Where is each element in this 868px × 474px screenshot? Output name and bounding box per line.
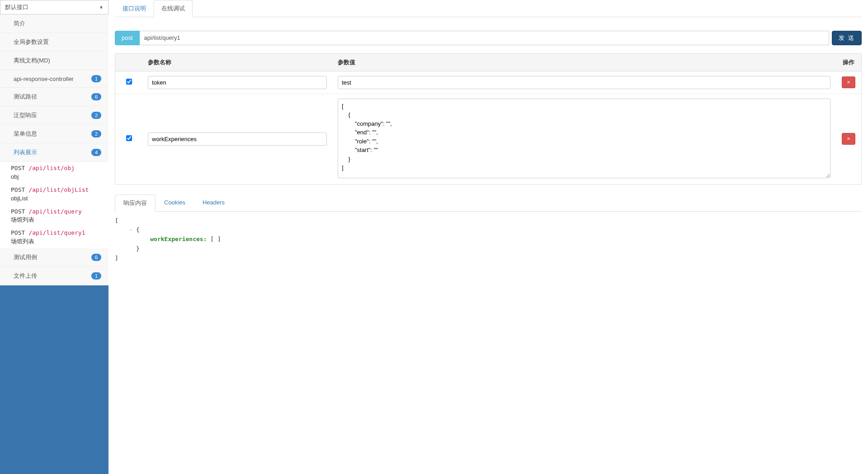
- sidebar-item-label: 全局参数设置: [14, 38, 49, 46]
- delete-row-button[interactable]: ×: [842, 76, 855, 88]
- nav-list: 简介全局参数设置离线文档(MD)api-response-controller1…: [0, 14, 108, 285]
- col-value-header: 参数值: [332, 54, 836, 71]
- table-row: ×: [115, 71, 861, 94]
- param-name-input[interactable]: [148, 76, 327, 89]
- delete-row-button[interactable]: ×: [842, 133, 855, 145]
- collapse-toggle-icon[interactable]: -: [129, 226, 132, 233]
- param-value-input[interactable]: [338, 76, 830, 89]
- sidebar-item-label: 离线文档(MD): [14, 57, 50, 65]
- sidebar-item[interactable]: 泛型响应2: [0, 106, 108, 125]
- sidebar-subitem[interactable]: POST/api/list/query场馆列表: [0, 205, 108, 227]
- subitem-method: POST: [11, 229, 25, 236]
- param-name-input[interactable]: [148, 133, 327, 146]
- response-tab-body[interactable]: 响应内容: [115, 194, 156, 212]
- json-key: workExperiences:: [150, 236, 207, 242]
- subitem-path: /api/list/query1: [28, 229, 85, 236]
- url-input[interactable]: api/list/query1: [140, 31, 830, 45]
- param-value-input[interactable]: [338, 99, 830, 178]
- main-panel: 接口说明 在线调试 post api/list/query1 发 送 参数名称 …: [108, 0, 868, 474]
- subitem-desc: 场馆列表: [11, 215, 104, 224]
- sidebar-item-badge: 4: [91, 149, 101, 156]
- sidebar-item-label: 泛型响应: [14, 111, 37, 119]
- subitem-path: /api/list/obj: [28, 165, 75, 171]
- sidebar-fill: [0, 285, 108, 474]
- method-badge: post: [115, 31, 140, 45]
- subitem-method: POST: [11, 165, 25, 171]
- sidebar-item-label: 简介: [14, 19, 25, 28]
- sidebar-item[interactable]: api-response-controller1: [0, 70, 108, 88]
- col-name-header: 参数名称: [142, 54, 332, 71]
- sidebar-item[interactable]: 文件上传1: [0, 267, 108, 285]
- sidebar-item[interactable]: 列表展示4: [0, 143, 108, 162]
- response-tab-headers[interactable]: Headers: [194, 194, 233, 212]
- sidebar-sublist: POST/api/list/objobjPOST/api/list/objLis…: [0, 162, 108, 248]
- response-body: [ - { workExperiences: [ ] } ]: [115, 212, 862, 268]
- sidebar-item-badge: 1: [91, 272, 101, 280]
- url-bar: post api/list/query1 发 送: [115, 31, 862, 45]
- subitem-desc: obj: [11, 172, 104, 181]
- response-tabs: 响应内容 Cookies Headers: [115, 194, 862, 212]
- sidebar-item-badge: 6: [91, 254, 101, 261]
- subitem-desc: objList: [11, 194, 104, 203]
- dropdown-label: 默认接口: [5, 3, 28, 11]
- close-icon: ×: [847, 79, 850, 85]
- table-row: ×: [115, 94, 861, 184]
- sidebar-item[interactable]: 离线文档(MD): [0, 52, 108, 70]
- sidebar-subitem[interactable]: POST/api/list/query1场馆列表: [0, 227, 108, 248]
- sidebar-item-label: 文件上传: [14, 272, 37, 280]
- col-check-header: [115, 54, 142, 71]
- sidebar-item-badge: 1: [91, 75, 101, 82]
- main-tabs: 接口说明 在线调试: [115, 0, 862, 17]
- tab-doc[interactable]: 接口说明: [115, 0, 154, 17]
- sidebar-item-label: 测试用例: [14, 253, 37, 261]
- tab-debug[interactable]: 在线调试: [154, 0, 193, 17]
- subitem-path: /api/list/objList: [28, 186, 89, 193]
- sidebar: 默认接口 ▼ 简介全局参数设置离线文档(MD)api-response-cont…: [0, 0, 108, 474]
- param-enabled-checkbox[interactable]: [126, 135, 132, 141]
- sidebar-item[interactable]: 测试用例6: [0, 248, 108, 267]
- interface-dropdown[interactable]: 默认接口 ▼: [0, 0, 108, 14]
- sidebar-subitem[interactable]: POST/api/list/objListobjList: [0, 184, 108, 205]
- subitem-method: POST: [11, 208, 25, 215]
- chevron-down-icon: ▼: [99, 5, 104, 10]
- subitem-method: POST: [11, 186, 25, 193]
- col-op-header: 操作: [836, 54, 861, 71]
- sidebar-item-badge: 2: [91, 112, 101, 119]
- close-icon: ×: [847, 136, 850, 142]
- sidebar-subitem[interactable]: POST/api/list/objobj: [0, 162, 108, 184]
- sidebar-item-label: 列表展示: [14, 148, 37, 156]
- subitem-desc: 场馆列表: [11, 237, 104, 246]
- subitem-path: /api/list/query: [28, 208, 81, 215]
- sidebar-item-label: api-response-controller: [14, 76, 74, 82]
- sidebar-item-label: 测试路径: [14, 93, 37, 101]
- param-enabled-checkbox[interactable]: [126, 79, 132, 85]
- send-button[interactable]: 发 送: [832, 31, 862, 45]
- sidebar-item[interactable]: 全局参数设置: [0, 33, 108, 52]
- sidebar-item[interactable]: 测试路径6: [0, 88, 108, 106]
- sidebar-item-badge: 2: [91, 130, 101, 137]
- sidebar-item-label: 菜单信息: [14, 130, 37, 138]
- response-tab-cookies[interactable]: Cookies: [156, 194, 194, 212]
- sidebar-item[interactable]: 菜单信息2: [0, 125, 108, 143]
- sidebar-item-badge: 6: [91, 93, 101, 100]
- params-table: 参数名称 参数值 操作 ××: [115, 53, 862, 185]
- sidebar-item[interactable]: 简介: [0, 14, 108, 33]
